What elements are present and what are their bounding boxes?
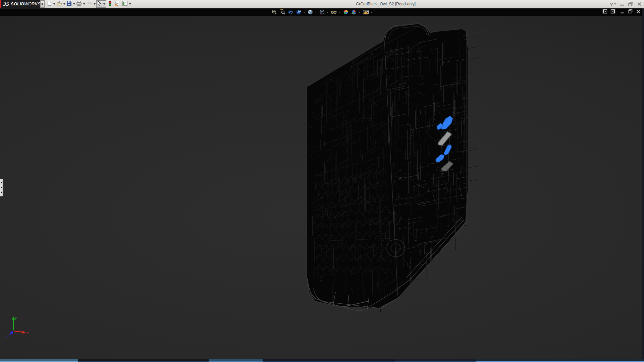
new-document-icon <box>47 1 52 7</box>
panel-splitter-handle[interactable] <box>0 179 3 196</box>
taskbar-segment <box>395 359 476 362</box>
model-wireframe-tower[interactable] <box>304 24 485 315</box>
display-style-button[interactable] <box>318 9 326 15</box>
view-settings-dropdown[interactable] <box>370 9 373 15</box>
scene-sphere-icon <box>351 9 357 15</box>
print-dropdown[interactable] <box>82 0 86 8</box>
standard-toolbar <box>46 0 132 8</box>
display-style-icon <box>319 9 325 15</box>
minimize-button[interactable] <box>620 0 625 8</box>
select-tool-group <box>96 0 106 8</box>
solidworks-logo: ЗS SOLIDWORKS <box>1 0 40 8</box>
taskbar-segment <box>78 359 209 362</box>
collapse-arrow-icon <box>1 182 2 184</box>
zoom-to-area-button[interactable] <box>278 9 286 15</box>
toggle-right-pane-button[interactable] <box>610 9 615 15</box>
pane-right-icon <box>610 9 615 14</box>
view-orientation-button[interactable] <box>306 9 314 15</box>
triad-x-label: x <box>26 331 29 335</box>
taskbar-segment <box>263 359 395 362</box>
solidworks-window: ЗS SOLIDWORKS <box>0 0 644 362</box>
open-document-button[interactable] <box>56 0 62 8</box>
select-dropdown[interactable] <box>102 0 106 8</box>
section-view-button[interactable] <box>294 9 303 15</box>
viewport-canvas[interactable]: y x z *Dimetric <box>0 16 644 359</box>
eyeglasses-icon <box>331 9 337 15</box>
apply-scene-button[interactable] <box>350 9 358 15</box>
pane-left-icon <box>602 9 607 14</box>
new-document-button[interactable] <box>46 0 52 8</box>
section-view-dropdown[interactable] <box>303 9 306 15</box>
restore-icon <box>628 2 634 7</box>
taskbar-segment <box>209 359 263 362</box>
minimize-document-button[interactable] <box>620 9 625 15</box>
file-properties-icon <box>114 1 120 7</box>
heads-up-strip <box>0 8 644 16</box>
open-document-dropdown[interactable] <box>62 0 66 8</box>
view-orientation-dropdown[interactable] <box>314 9 317 15</box>
print-button[interactable] <box>76 0 82 8</box>
rebuild-button[interactable] <box>108 0 112 8</box>
triad-z-label: z <box>5 335 7 339</box>
brand-name: SOLIDWORKS <box>11 2 40 6</box>
appearance-sphere-icon <box>343 9 349 15</box>
zoom-to-fit-button[interactable] <box>270 9 278 15</box>
windows-taskbar[interactable] <box>0 359 644 362</box>
right-window-edge <box>642 8 644 362</box>
restore-icon <box>628 9 633 14</box>
save-floppy-icon <box>66 1 72 7</box>
options-checklist-icon <box>122 1 128 7</box>
collapse-arrow-icon <box>1 191 2 193</box>
toggle-left-pane-button[interactable] <box>602 9 607 15</box>
triad-y-label: y <box>15 316 17 320</box>
undo-arrow-icon <box>86 1 92 7</box>
taskbar-segment <box>0 359 78 362</box>
heads-up-toolbar <box>270 8 374 16</box>
display-style-dropdown[interactable] <box>326 9 329 15</box>
previous-view-button[interactable] <box>286 9 294 15</box>
hide-show-items-button[interactable] <box>330 9 338 15</box>
file-properties-button[interactable] <box>114 0 121 8</box>
apply-scene-dropdown[interactable] <box>358 9 361 15</box>
zoom-to-fit-icon <box>271 9 277 15</box>
section-view-icon <box>296 9 302 15</box>
new-document-dropdown[interactable] <box>52 0 56 8</box>
close-icon <box>637 2 642 6</box>
titlebar: ЗS SOLIDWORKS <box>0 0 644 8</box>
options-button[interactable] <box>122 0 128 8</box>
undo-dropdown[interactable] <box>93 0 96 8</box>
restore-document-button[interactable] <box>628 9 633 15</box>
open-folder-icon <box>56 1 62 7</box>
previous-view-icon <box>287 9 293 15</box>
collapse-arrow-icon <box>1 186 2 188</box>
taskbar-segment <box>476 359 644 362</box>
view-settings-icon <box>363 9 369 15</box>
undo-button[interactable] <box>86 0 93 8</box>
close-document-button[interactable] <box>636 9 641 15</box>
help-button[interactable]: ? <box>610 0 616 8</box>
select-button[interactable] <box>97 0 102 8</box>
save-dropdown[interactable] <box>72 0 76 8</box>
edit-appearance-button[interactable] <box>342 9 350 15</box>
minimize-icon <box>620 9 625 14</box>
close-icon <box>636 9 641 14</box>
hide-show-items-dropdown[interactable] <box>338 9 341 15</box>
window-controls: ? <box>610 0 642 8</box>
traffic-light-icon <box>108 1 112 8</box>
menu-flyout-arrow[interactable] <box>40 0 45 8</box>
save-button[interactable] <box>66 0 72 8</box>
restore-button[interactable] <box>628 0 634 8</box>
document-window-controls <box>602 8 641 16</box>
close-button[interactable] <box>637 0 642 8</box>
help-icon: ? <box>610 1 613 7</box>
select-cursor-icon <box>97 1 102 7</box>
orientation-triad: y x z <box>5 316 29 339</box>
minimize-icon <box>620 2 625 6</box>
view-settings-button[interactable] <box>362 9 370 15</box>
document-title: GrCadBlack_Owl_S2 [Read-only] <box>356 0 416 8</box>
3ds-logo-icon: ЗS <box>3 1 10 7</box>
printer-icon <box>76 1 82 7</box>
zoom-to-area-icon <box>279 9 285 15</box>
view-cube-icon <box>307 9 313 15</box>
options-dropdown[interactable] <box>128 0 132 8</box>
